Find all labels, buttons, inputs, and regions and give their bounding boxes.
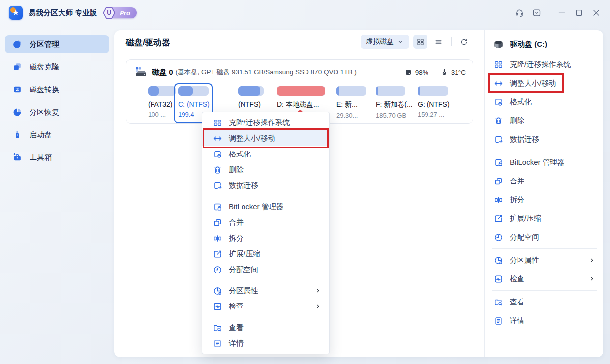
temperature-icon (440, 68, 448, 76)
partition-usage-bar (148, 86, 176, 96)
resize-move-icon (494, 79, 503, 88)
drive-icon (134, 66, 147, 79)
menu-item-delete[interactable]: 删除 (202, 162, 329, 178)
menu-item-extend-shrink[interactable]: 扩展/压缩 (202, 246, 329, 262)
partition-tile-d-local[interactable]: D: 本地磁盘... (277, 86, 325, 112)
partition-tile-ntfs[interactable]: (NTFS) (238, 86, 264, 111)
menu-item-label: 扩展/压缩 (510, 214, 541, 223)
menu-item-allocate-space[interactable]: 分配空间 (202, 262, 329, 277)
pro-badge: U Pro (108, 7, 137, 18)
sidebar-item-label: 磁盘转换 (30, 85, 59, 94)
clone-os-icon (494, 60, 503, 69)
menu-item-clone-os[interactable]: 克隆/迁移操作系统 (492, 55, 597, 74)
virtual-disk-dropdown[interactable]: 虚拟磁盘 (361, 35, 409, 49)
menu-item-split[interactable]: 拆分 (492, 190, 597, 209)
split-icon (494, 195, 503, 205)
sidebar-item-boot-disk[interactable]: 启动盘 (5, 126, 109, 144)
menu-item-label: 查看 (229, 323, 244, 333)
partition-usage-bar (336, 86, 366, 96)
menu-item-delete[interactable]: 删除 (492, 111, 597, 130)
partition-tile-e-new[interactable]: E: 新...29.30... (336, 86, 366, 119)
refresh-button[interactable] (457, 35, 471, 49)
partition-usage-bar (277, 86, 325, 96)
sidebar-item-label: 启动盘 (30, 130, 52, 140)
sidebar-item-label: 分区管理 (30, 40, 59, 49)
menu-item-resize-move[interactable]: 调整大小/移动 (492, 74, 597, 92)
menu-item-partition-properties[interactable]: 分区属性 (202, 283, 329, 299)
menu-item-check[interactable]: 检查 (492, 270, 597, 288)
minimize-icon[interactable] (557, 8, 567, 18)
main-toolbar: 虚拟磁盘 (361, 35, 471, 49)
sidebar-item-disk-clone[interactable]: 磁盘克隆 (5, 58, 109, 76)
grid-view-icon (416, 38, 425, 46)
partition-usage-bar (178, 86, 209, 96)
partition-size: 100 ... (148, 111, 176, 118)
sidebar-item-partition-recovery[interactable]: 分区恢复 (5, 103, 109, 121)
disk-convert-icon (12, 85, 22, 94)
window-menu-icon[interactable] (532, 8, 542, 18)
list-view-button[interactable] (431, 35, 446, 49)
menu-item-bitlocker[interactable]: BitLocker 管理器 (202, 199, 329, 214)
partition-size: 29.30... (336, 112, 366, 119)
menu-item-allocate-space[interactable]: 分配空间 (492, 228, 597, 246)
menu-item-label: 详情 (510, 316, 524, 326)
sidebar-item-disk-convert[interactable]: 磁盘转换 (5, 81, 109, 98)
view-icon (494, 298, 503, 307)
clone-os-icon (213, 118, 222, 127)
extend-shrink-icon (494, 214, 503, 223)
menu-item-format[interactable]: 格式化 (202, 146, 329, 162)
menu-item-view[interactable]: 查看 (202, 320, 329, 335)
format-icon (213, 150, 222, 159)
menu-item-split[interactable]: 拆分 (202, 230, 329, 246)
menu-item-merge[interactable]: 合并 (202, 214, 329, 230)
menu-item-check[interactable]: 检查 (202, 299, 329, 314)
chevron-right-icon (314, 287, 321, 294)
partition-size: 185.70 GB (376, 112, 405, 119)
menu-item-data-migration[interactable]: 数据迁移 (202, 178, 329, 193)
menu-item-resize-move[interactable]: 调整大小/移动 (202, 130, 329, 146)
right-panel: 驱动盘 (C:) 克隆/迁移操作系统调整大小/移动格式化删除数据迁移BitLoc… (484, 30, 603, 357)
menu-item-label: 详情 (229, 339, 244, 348)
chevron-right-icon (314, 303, 321, 310)
sidebar-item-partition-manage[interactable]: 分区管理 (5, 35, 109, 53)
merge-icon (213, 218, 222, 227)
partition-tile-g-ntfs[interactable]: G: (NTFS)159.27 ... (418, 86, 448, 118)
disk-usage-stat: 98% (404, 68, 428, 76)
title-bar: 易我分区大师 专业版 U Pro (0, 0, 610, 26)
partition-tile-fat32[interactable]: (FAT32)100 ... (148, 86, 176, 118)
maximize-icon[interactable] (574, 8, 584, 18)
menu-item-view[interactable]: 查看 (492, 293, 597, 311)
partition-label: (NTFS) (238, 100, 264, 108)
menu-item-bitlocker[interactable]: BitLocker 管理器 (492, 153, 597, 172)
sidebar-item-toolbox[interactable]: 工具箱 (5, 149, 109, 166)
close-icon[interactable] (591, 8, 601, 18)
menu-item-details[interactable]: 详情 (202, 335, 329, 351)
resize-move-icon (213, 134, 222, 143)
allocate-space-icon (213, 265, 222, 274)
refresh-icon (460, 38, 468, 46)
menu-item-label: 格式化 (229, 150, 251, 159)
menu-item-format[interactable]: 格式化 (492, 92, 597, 111)
menu-item-label: 检查 (229, 302, 244, 311)
split-icon (213, 234, 222, 243)
menu-item-label: 拆分 (229, 234, 244, 243)
menu-item-label: 删除 (510, 116, 524, 125)
menu-item-label: 分配空间 (229, 265, 258, 274)
partition-tile-f-new[interactable]: F: 新加卷(...185.70 GB (376, 86, 405, 119)
menu-item-partition-properties[interactable]: 分区属性 (492, 251, 597, 270)
menu-item-label: 合并 (510, 177, 524, 186)
menu-item-clone-os[interactable]: 克隆/迁移操作系统 (202, 115, 329, 130)
menu-item-extend-shrink[interactable]: 扩展/压缩 (492, 209, 597, 228)
main-panel: 磁盘/驱动器 虚拟磁盘 磁盘 0 (基本盘, GPT 磁盘 931.51 GB/… (114, 30, 603, 357)
grid-view-button[interactable] (413, 35, 427, 49)
menu-item-merge[interactable]: 合并 (492, 172, 597, 190)
menu-item-data-migration[interactable]: 数据迁移 (492, 130, 597, 149)
headset-icon[interactable] (515, 8, 524, 18)
virtual-disk-dropdown-label: 虚拟磁盘 (366, 37, 394, 46)
menu-item-label: 删除 (229, 165, 244, 175)
right-panel-actions: 克隆/迁移操作系统调整大小/移动格式化删除数据迁移BitLocker 管理器合并… (492, 53, 597, 332)
data-migration-icon (494, 135, 503, 144)
partition-manage-icon (12, 39, 22, 49)
menu-item-details[interactable]: 详情 (492, 311, 597, 330)
menu-item-label: 分配空间 (510, 233, 539, 242)
